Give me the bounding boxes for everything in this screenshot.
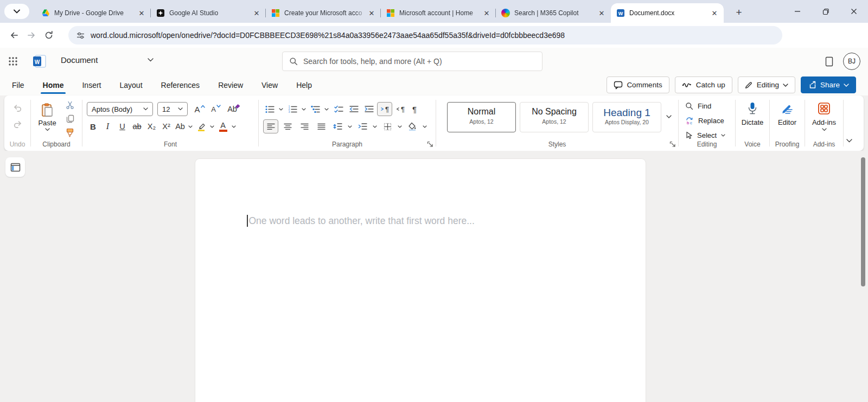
shrink-font-button[interactable]: A — [208, 102, 224, 116]
style-heading-1[interactable]: Heading 1 Aptos Display, 20 — [592, 102, 661, 132]
align-left-button[interactable] — [263, 119, 278, 133]
tab-references[interactable]: References — [160, 78, 201, 93]
document-page[interactable]: One word leads to another, write that fi… — [195, 159, 646, 402]
checklist-button[interactable] — [331, 102, 346, 116]
italic-button[interactable]: I — [100, 119, 115, 133]
rtl-paragraph-button[interactable]: ¶ — [393, 102, 407, 116]
change-case-button[interactable]: Ab — [174, 119, 187, 133]
borders-button[interactable] — [380, 119, 394, 133]
reload-button[interactable] — [40, 27, 58, 44]
account-avatar[interactable]: BJ — [843, 53, 860, 70]
navigation-pane-toggle[interactable] — [5, 157, 25, 177]
font-name-select[interactable]: Aptos (Body) — [87, 102, 153, 116]
numbering-dropdown[interactable] — [300, 102, 308, 116]
ltr-paragraph-button[interactable]: ¶ — [377, 102, 392, 116]
underline-button[interactable]: U — [115, 119, 130, 133]
side-panel-icon[interactable] — [825, 56, 833, 67]
browser-tab-create-account[interactable]: Create your Microsoft acco ✕ — [266, 4, 381, 22]
tab-close-icon[interactable]: ✕ — [482, 8, 492, 18]
comments-button[interactable]: Comments — [607, 76, 669, 93]
font-size-select[interactable]: 12 — [157, 102, 188, 116]
bold-button[interactable]: B — [86, 119, 100, 133]
search-input[interactable]: Search for tools, help, and more (Alt + … — [282, 52, 542, 71]
cut-button[interactable] — [63, 99, 76, 111]
bullets-dropdown[interactable] — [277, 102, 285, 116]
align-right-button[interactable] — [297, 119, 312, 133]
paragraph-spacing-dropdown[interactable] — [371, 119, 379, 133]
browser-tab-drive[interactable]: My Drive - Google Drive ✕ — [36, 4, 151, 22]
format-painter-button[interactable] — [63, 126, 76, 138]
style-no-spacing[interactable]: No Spacing Aptos, 12 — [520, 102, 589, 132]
collapse-ribbon-button[interactable] — [842, 135, 856, 146]
app-launcher-button[interactable] — [7, 55, 20, 68]
tab-close-icon[interactable]: ✕ — [367, 8, 376, 18]
window-close-button[interactable] — [840, 0, 868, 23]
align-center-button[interactable] — [280, 119, 295, 133]
address-bar[interactable]: word.cloud.microsoft/open/onedrive/?docI… — [68, 26, 782, 44]
replace-button[interactable]: bc Replace — [683, 113, 727, 127]
tab-help[interactable]: Help — [295, 78, 313, 93]
site-info-icon[interactable] — [76, 31, 85, 40]
tab-close-icon[interactable]: ✕ — [252, 8, 261, 18]
justify-button[interactable] — [314, 119, 329, 133]
document-title-menu[interactable]: Document — [61, 55, 154, 65]
vertical-scrollbar[interactable] — [861, 157, 865, 286]
highlight-dropdown[interactable] — [208, 119, 216, 133]
redo-button[interactable] — [11, 117, 24, 130]
paste-button[interactable]: Paste — [34, 100, 60, 135]
window-restore-button[interactable] — [812, 0, 840, 23]
tab-view[interactable]: View — [260, 78, 279, 93]
undo-button[interactable] — [11, 101, 24, 114]
shading-dropdown[interactable] — [421, 119, 429, 133]
voice-group[interactable]: Dictate Voice — [736, 95, 769, 151]
tab-close-icon[interactable]: ✕ — [710, 8, 719, 18]
multilevel-dropdown[interactable] — [323, 102, 330, 116]
editing-mode-button[interactable]: Editing — [738, 76, 795, 93]
find-button[interactable]: Find — [683, 99, 727, 113]
browser-tab-ms-account[interactable]: Microsoft account | Home ✕ — [381, 4, 496, 22]
tab-close-icon[interactable]: ✕ — [137, 8, 146, 18]
subscript-button[interactable]: X₂ — [144, 119, 159, 133]
line-spacing-button[interactable] — [330, 119, 344, 133]
highlight-button[interactable] — [194, 119, 208, 133]
tab-layout[interactable]: Layout — [118, 78, 143, 93]
borders-dropdown[interactable] — [396, 119, 404, 133]
window-minimize-button[interactable] — [783, 0, 812, 23]
word-logo[interactable]: W — [33, 54, 47, 68]
styles-dialog-launcher[interactable] — [669, 141, 676, 148]
decrease-indent-button[interactable] — [347, 102, 361, 116]
increase-indent-button[interactable] — [362, 102, 376, 116]
styles-gallery-expand[interactable] — [663, 111, 675, 123]
superscript-button[interactable]: X² — [159, 119, 174, 133]
style-normal[interactable]: Normal Aptos, 12 — [447, 102, 516, 132]
numbering-button[interactable]: 123 — [286, 102, 299, 116]
tab-search-button[interactable] — [4, 4, 29, 19]
tab-home[interactable]: Home — [42, 78, 65, 93]
tab-file[interactable]: File — [11, 78, 25, 93]
browser-tab-aistudio[interactable]: Google AI Studio ✕ — [151, 4, 266, 22]
paragraph-spacing-button[interactable] — [355, 119, 369, 133]
line-spacing-dropdown[interactable] — [346, 119, 354, 133]
show-formatting-button[interactable]: ¶ — [409, 102, 420, 116]
back-button[interactable] — [5, 27, 23, 44]
catch-up-button[interactable]: Catch up — [675, 76, 732, 93]
share-button[interactable]: Share — [801, 76, 856, 93]
strikethrough-button[interactable]: ab — [130, 119, 144, 133]
tab-review[interactable]: Review — [217, 78, 244, 93]
font-color-dropdown[interactable] — [230, 119, 238, 133]
tab-insert[interactable]: Insert — [81, 78, 102, 93]
new-tab-button[interactable]: + — [731, 5, 746, 20]
grow-font-button[interactable]: A — [192, 102, 207, 116]
shading-button[interactable] — [405, 119, 419, 133]
paragraph-dialog-launcher[interactable] — [427, 141, 433, 148]
tab-close-icon[interactable]: ✕ — [597, 8, 607, 18]
change-case-dropdown[interactable] — [187, 119, 194, 133]
proofing-group[interactable]: Editor Proofing — [770, 95, 805, 151]
clear-formatting-button[interactable]: Ab — [226, 102, 242, 116]
font-color-button[interactable]: A — [216, 119, 230, 133]
forward-button[interactable] — [23, 27, 40, 44]
browser-tab-document-active[interactable]: W Document.docx ✕ — [611, 3, 724, 23]
multilevel-list-button[interactable] — [309, 102, 322, 116]
bullets-button[interactable] — [263, 102, 276, 116]
browser-tab-copilot[interactable]: Search | M365 Copilot ✕ — [496, 4, 611, 22]
